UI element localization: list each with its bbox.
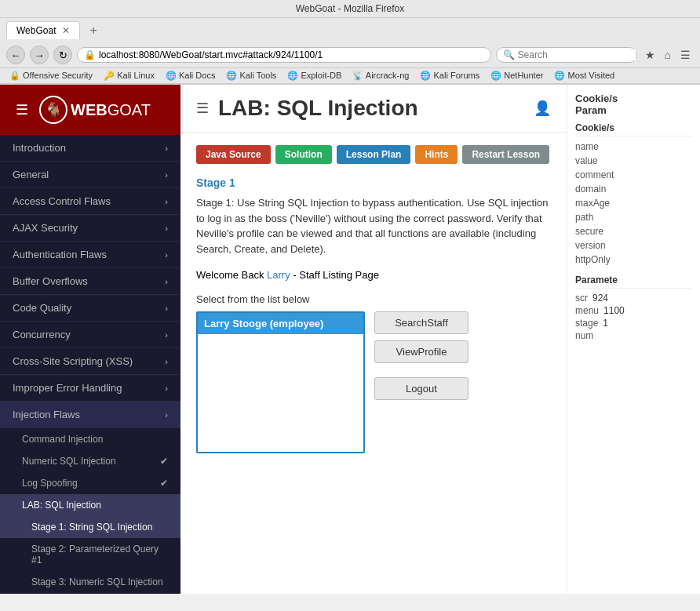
menu-button[interactable]: ☰ (677, 47, 694, 63)
cookie-title-line1: Cookie/s (575, 93, 618, 104)
content-body: Java Source Solution Lesson Plan Hints R… (180, 133, 567, 466)
lesson-plan-button[interactable]: Lesson Plan (337, 145, 411, 164)
sidebar-item-introduction[interactable]: Introduction › (0, 135, 180, 162)
bookmark-kali-forums[interactable]: 🌐 Kali Forums (417, 70, 483, 82)
welcome-larry-link[interactable]: Larry (267, 269, 290, 281)
content-area: ☰ LAB: SQL Injection 👤 Java Source Solut… (180, 85, 567, 594)
staff-selected-item[interactable]: Larry Stooge (employee) (198, 313, 363, 334)
bookmark-exploit-db[interactable]: 🌐 Exploit-DB (284, 70, 345, 82)
bookmark-aircrack-ng[interactable]: 📡 Aircrack-ng (349, 70, 412, 82)
search-bar-container: 🔍 (496, 47, 637, 63)
sidebar-sub-item-lab-sql[interactable]: LAB: SQL Injection (0, 494, 180, 516)
param-val-menu: 1100 (603, 305, 625, 316)
bookmark-star-button[interactable]: ★ (642, 47, 658, 63)
sidebar-item-general[interactable]: General › (0, 162, 180, 188)
params-section: Paramete scr 924 menu 1100 stage 1 num (575, 275, 692, 342)
solution-button[interactable]: Solution (275, 145, 332, 164)
view-profile-button[interactable]: ViewProfile (374, 340, 468, 363)
cookie-key-maxage: maxAge (575, 196, 692, 210)
bookmark-most-visited[interactable]: 🌐 Most Visited (551, 70, 618, 82)
cookie-keys-list: name value comment domain maxAge path se… (575, 140, 692, 267)
sidebar-item-ajax[interactable]: AJAX Security › (0, 215, 180, 242)
user-icon[interactable]: 👤 (534, 100, 551, 117)
search-input[interactable] (518, 49, 636, 60)
sidebar-sub-item-stage2[interactable]: Stage 2: Parameterized Query #1 (0, 538, 180, 571)
java-source-button[interactable]: Java Source (196, 145, 271, 164)
sidebar-item-concurrency[interactable]: Concurrency › (0, 322, 180, 348)
hints-button[interactable]: Hints (415, 145, 458, 164)
title-bar: WebGoat - Mozilla Firefox (0, 0, 700, 18)
param-num: num (575, 329, 692, 342)
sidebar-sub-item-stage4[interactable]: Stage 4: Parameterized Query #2 (0, 593, 180, 594)
sidebar-sub-item-stage3[interactable]: Stage 3: Numeric SQL Injection (0, 571, 180, 593)
cookie-key-domain: domain (575, 182, 692, 196)
cookie-key-path: path (575, 210, 692, 224)
sidebar-item-access-control[interactable]: Access Control Flaws › (0, 188, 180, 215)
bookmark-nethunter[interactable]: 🌐 NetHunter (487, 70, 546, 82)
staff-listbox-container: Larry Stooge (employee) (196, 311, 365, 453)
reload-button[interactable]: ↻ (53, 45, 72, 64)
logout-button[interactable]: Logout (374, 377, 468, 400)
cookie-key-httponly: httpOnly (575, 253, 692, 267)
sidebar-item-label: Buffer Overflows (13, 275, 88, 287)
logo-text: WEBGOAT (71, 101, 151, 119)
params-section-label: Paramete (575, 275, 692, 289)
new-tab-button[interactable]: + (83, 22, 103, 39)
sidebar-item-label: General (13, 169, 49, 180)
sidebar-sub-item-label: Command Injection (22, 434, 103, 445)
sidebar-item-code-quality[interactable]: Code Quality › (0, 295, 180, 322)
sidebar-sub-item-log-spoofing[interactable]: Log Spoofing ✔ (0, 472, 180, 494)
chevron-right-icon: › (165, 144, 168, 153)
param-key-menu: menu (575, 305, 599, 316)
back-button[interactable]: ← (6, 45, 25, 64)
param-scr: scr 924 (575, 292, 692, 304)
page-title: LAB: SQL Injection (218, 96, 418, 121)
tab-label: WebGoat (16, 25, 56, 36)
sidebar-item-injection-flaws[interactable]: Injection Flaws › (0, 402, 180, 428)
check-icon: ✔ (160, 456, 168, 467)
chevron-right-icon: › (165, 384, 168, 393)
bookmark-offensive-security[interactable]: 🔒 Offensive Security (6, 70, 96, 82)
sidebar-sub-item-label: Numeric SQL Injection (22, 456, 116, 467)
search-staff-button[interactable]: SearchStaff (374, 311, 468, 334)
chevron-right-icon: › (165, 170, 168, 180)
cookie-key-value: value (575, 154, 692, 168)
search-icon: 🔍 (503, 49, 515, 60)
sidebar-item-label: Introduction (13, 142, 66, 154)
url-input[interactable] (99, 49, 484, 60)
check-icon: ✔ (160, 478, 168, 489)
home-button[interactable]: ⌂ (662, 47, 674, 63)
chevron-right-icon: › (165, 304, 168, 313)
chevron-down-icon: › (165, 410, 168, 420)
forward-button[interactable]: → (30, 45, 49, 64)
sidebar-sub-item-label: Log Spoofing (22, 478, 78, 489)
sidebar-item-buffer-overflows[interactable]: Buffer Overflows › (0, 268, 180, 295)
stage-description: Stage 1: Use String SQL Injection to byp… (196, 195, 551, 256)
bookmark-kali-linux[interactable]: 🔑 Kali Linux (100, 70, 158, 82)
staff-listbox[interactable]: Larry Stooge (employee) (196, 311, 365, 453)
cookie-title-line2: Param (575, 104, 607, 116)
param-val-scr: 924 (592, 293, 608, 304)
hamburger-icon[interactable]: ☰ (196, 100, 209, 117)
lock-icon: 🔒 (84, 49, 96, 60)
sidebar-item-error-handling[interactable]: Improper Error Handling › (0, 375, 180, 402)
bookmark-kali-docs[interactable]: 🌐 Kali Docs (162, 70, 219, 82)
active-tab[interactable]: WebGoat ✕ (6, 21, 80, 39)
sidebar-sub-item-command-injection[interactable]: Command Injection (0, 428, 180, 450)
cookie-key-name: name (575, 140, 692, 154)
chevron-right-icon: › (165, 277, 168, 286)
bookmark-kali-tools[interactable]: 🌐 Kali Tools (223, 70, 279, 82)
content-header: ☰ LAB: SQL Injection 👤 (180, 85, 567, 133)
restart-lesson-button[interactable]: Restart Lesson (462, 145, 549, 164)
sidebar-sub-item-numeric-sql[interactable]: Numeric SQL Injection ✔ (0, 450, 180, 472)
sidebar-menu-icon[interactable]: ☰ (13, 98, 31, 122)
sidebar-sub-item-stage1[interactable]: Stage 1: String SQL Injection (0, 516, 180, 538)
tab-close-button[interactable]: ✕ (62, 25, 70, 36)
sidebar-item-xss[interactable]: Cross-Site Scripting (XSS) › (0, 348, 180, 375)
cookie-panel-title: Cookie/s Param (575, 93, 692, 116)
staff-actions: SearchStaff ViewProfile Logout (374, 311, 468, 400)
bookmarks-bar: 🔒 Offensive Security 🔑 Kali Linux 🌐 Kali… (0, 68, 700, 84)
sidebar-item-label: Access Control Flaws (13, 195, 111, 207)
sidebar-item-auth-flaws[interactable]: Authentication Flaws › (0, 242, 180, 268)
sidebar-item-label: Concurrency (13, 329, 71, 340)
